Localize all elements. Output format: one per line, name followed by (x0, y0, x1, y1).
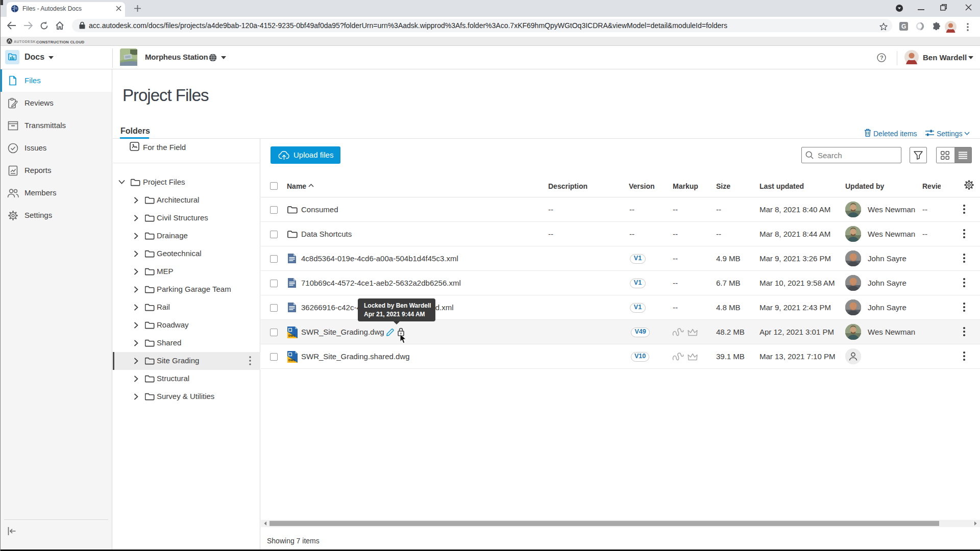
svg-text:G: G (901, 23, 906, 30)
svg-text:?: ? (880, 55, 884, 61)
svg-text:DWG: DWG (288, 334, 295, 337)
svg-text:DWG: DWG (288, 359, 295, 362)
